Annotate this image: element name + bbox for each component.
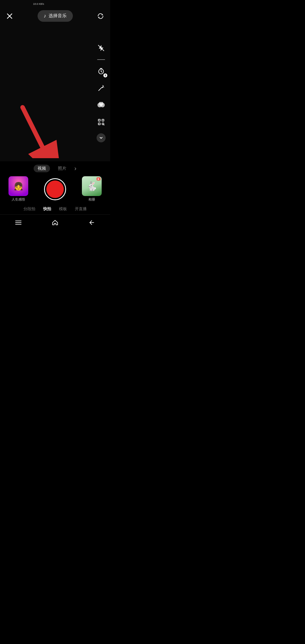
record-button[interactable] bbox=[44, 178, 66, 200]
timer-badge: 3 bbox=[103, 73, 107, 77]
nav-bar bbox=[0, 214, 110, 232]
music-note-icon: ♪ bbox=[44, 13, 46, 19]
svg-rect-15 bbox=[102, 119, 104, 121]
svg-rect-14 bbox=[98, 119, 100, 121]
rabbit-emoji: 🐇 bbox=[86, 181, 97, 192]
svg-line-7 bbox=[99, 88, 102, 91]
album-thumbnail[interactable]: 🐇 ▶ bbox=[82, 176, 102, 196]
refresh-button[interactable] bbox=[95, 11, 106, 21]
gallery-image: 👧 bbox=[8, 176, 28, 196]
gallery-thumbnail[interactable]: 👧 bbox=[8, 176, 28, 196]
svg-point-8 bbox=[103, 86, 104, 86]
nav-menu-button[interactable] bbox=[13, 217, 23, 228]
gallery-container: 👧 人生感悟 bbox=[8, 176, 28, 202]
sidebar-divider bbox=[97, 59, 105, 60]
album-image: 🐇 ▶ bbox=[82, 176, 102, 196]
record-button-inner bbox=[46, 180, 64, 198]
beauty-button[interactable] bbox=[95, 82, 107, 94]
tab-video[interactable]: 视频 bbox=[34, 165, 50, 172]
timer-button[interactable]: 3 bbox=[95, 66, 107, 77]
expand-button[interactable] bbox=[97, 133, 106, 142]
mode-tabs: 视频 照片 › bbox=[0, 161, 110, 174]
speed-display: 18.6 KB/s bbox=[33, 3, 44, 5]
nav-back-button[interactable] bbox=[87, 217, 97, 228]
flash-button[interactable] bbox=[95, 42, 107, 54]
album-label: 相册 bbox=[88, 197, 95, 202]
scan-button[interactable] bbox=[95, 116, 107, 128]
arrow-annotation bbox=[14, 102, 71, 159]
filters-button[interactable] bbox=[95, 99, 107, 111]
svg-point-10 bbox=[102, 85, 103, 86]
bottom-area: 视频 照片 › 👧 人生感悟 🐇 ▶ bbox=[0, 161, 110, 232]
svg-rect-16 bbox=[98, 123, 100, 125]
music-button-label: 选择音乐 bbox=[49, 13, 67, 19]
header: ♪ 选择音乐 bbox=[0, 8, 110, 24]
album-play-badge: ▶ bbox=[97, 177, 101, 180]
submode-live[interactable]: 开直播 bbox=[75, 206, 87, 212]
svg-line-5 bbox=[101, 71, 102, 72]
svg-point-9 bbox=[104, 87, 104, 88]
album-container: 🐇 ▶ 相册 bbox=[82, 176, 102, 202]
gallery-label: 人生感悟 bbox=[12, 197, 25, 202]
close-button[interactable] bbox=[5, 11, 15, 21]
tab-more[interactable]: › bbox=[74, 165, 76, 172]
music-button[interactable]: ♪ 选择音乐 bbox=[38, 10, 73, 22]
submode-template[interactable]: 模板 bbox=[59, 206, 67, 212]
controls-row: 👧 人生感悟 🐇 ▶ 相册 bbox=[0, 174, 110, 205]
submode-quick[interactable]: 快拍 bbox=[43, 206, 51, 212]
tab-photo[interactable]: 照片 bbox=[56, 165, 69, 172]
sub-modes: 分段拍 快拍 模板 开直播 bbox=[0, 205, 110, 214]
nav-home-button[interactable] bbox=[50, 217, 60, 228]
right-sidebar: 3 bbox=[95, 42, 107, 142]
svg-line-18 bbox=[104, 125, 104, 125]
submode-segment[interactable]: 分段拍 bbox=[23, 206, 35, 212]
